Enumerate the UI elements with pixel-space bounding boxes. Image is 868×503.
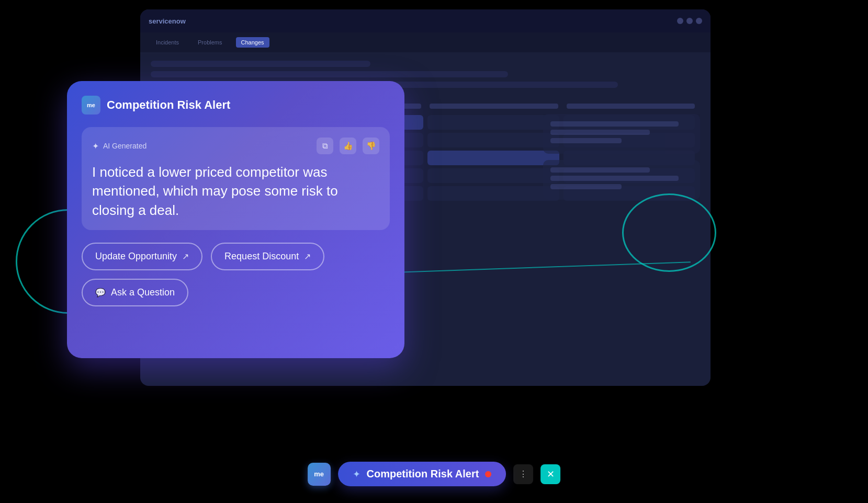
- bottom-me-logo: me: [308, 463, 331, 486]
- bg-row-2: [151, 71, 508, 77]
- update-opportunity-ext-icon: ↗: [182, 251, 189, 261]
- bg-window-controls: [677, 18, 702, 24]
- red-dot-indicator: [485, 471, 491, 477]
- competition-risk-card: me Competition Risk Alert ✦ AI Generated…: [67, 81, 404, 358]
- copy-button[interactable]: ⧉: [317, 138, 333, 154]
- bg-right-card-1: [543, 114, 700, 154]
- ask-question-button[interactable]: 💬 Ask a Question: [82, 279, 188, 306]
- ai-generated-box: ✦ AI Generated ⧉ 👍 👎 I noticed a lower p…: [82, 127, 390, 230]
- bottom-bar: me ✦ Competition Risk Alert ⋮ ✕: [308, 462, 561, 486]
- bg-titlebar: servicenow: [140, 9, 711, 32]
- request-discount-button[interactable]: Request Discount ↗: [211, 243, 324, 270]
- update-opportunity-label: Update Opportunity: [95, 251, 177, 262]
- ask-question-chat-icon: 💬: [95, 288, 106, 298]
- ai-label: ✦ AI Generated: [92, 141, 146, 151]
- ai-label-row: ✦ AI Generated ⧉ 👍 👎: [92, 138, 379, 154]
- action-buttons: Update Opportunity ↗ Request Discount ↗ …: [82, 243, 390, 306]
- card-title: Competition Risk Alert: [107, 98, 230, 112]
- bottom-notification-bar[interactable]: ✦ Competition Risk Alert: [338, 462, 506, 486]
- bg-ctrl-1: [677, 18, 683, 24]
- bg-tab-problems[interactable]: Problems: [193, 37, 227, 48]
- request-discount-ext-icon: ↗: [304, 251, 311, 261]
- bottom-close-icon[interactable]: ✕: [540, 464, 560, 484]
- teal-curve-right: [622, 193, 716, 272]
- bottom-bar-title: Competition Risk Alert: [367, 468, 479, 480]
- bg-row-1: [151, 61, 370, 67]
- ai-message: I noticed a lower priced competitor was …: [92, 163, 379, 220]
- sparkle-icon: ✦: [92, 141, 99, 151]
- ask-question-label: Ask a Question: [111, 287, 175, 298]
- update-opportunity-button[interactable]: Update Opportunity ↗: [82, 243, 202, 270]
- me-logo: me: [82, 96, 100, 115]
- card-header: me Competition Risk Alert: [82, 96, 390, 115]
- bottom-sparkle-icon: ✦: [353, 468, 360, 480]
- bg-ctrl-3: [696, 18, 702, 24]
- bg-tabs: Incidents Problems Changes: [140, 32, 711, 52]
- ai-actions: ⧉ 👍 👎: [317, 138, 379, 154]
- bg-tab-incidents[interactable]: Incidents: [151, 37, 184, 48]
- bg-tab-changes[interactable]: Changes: [236, 37, 269, 48]
- bottom-menu-icon[interactable]: ⋮: [513, 464, 533, 484]
- bg-app-name: servicenow: [149, 17, 186, 25]
- request-discount-label: Request Discount: [224, 251, 299, 262]
- bg-ctrl-2: [686, 18, 693, 24]
- ai-label-text: AI Generated: [103, 142, 146, 150]
- thumbdown-button[interactable]: 👎: [363, 138, 379, 154]
- thumbup-button[interactable]: 👍: [340, 138, 356, 154]
